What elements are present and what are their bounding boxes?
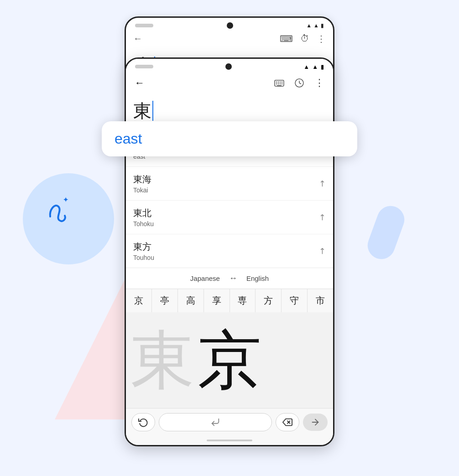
home-bar (207, 440, 252, 441)
char-chip-6[interactable]: 守 (282, 289, 308, 312)
status-left-bar (135, 65, 153, 68)
result-content-3: 東北 Tohoku (133, 207, 154, 228)
signal-icon: ▲ (313, 22, 319, 29)
back-status-icons: ▲ ▲ ▮ (306, 22, 324, 29)
char-suggestions-row: 京 亭 高 享 専 方 守 市 (126, 289, 333, 312)
result-content-2: 東海 Tokai (133, 173, 151, 194)
lang-switcher: Japanese ↔ English (126, 268, 333, 289)
char-chip-3[interactable]: 享 (204, 289, 230, 312)
history-icon[interactable]: ⏱ (300, 33, 309, 44)
next-button[interactable] (303, 414, 328, 431)
wifi-icon: ▲ (306, 22, 312, 29)
suggestion-text: east (115, 130, 142, 147)
lang-english[interactable]: English (246, 274, 269, 282)
result-item-3[interactable]: 東北 Tohoku ↗ (126, 201, 333, 234)
result-arrow-3: ↗ (316, 211, 328, 223)
back-arrow-icon[interactable]: ← (133, 33, 142, 44)
result-item-2[interactable]: 東海 Tokai ↗ (126, 167, 333, 201)
bottom-toolbar (126, 408, 333, 436)
status-right-icons: ▲ ▲ ▮ (303, 63, 324, 70)
lang-japanese[interactable]: Japanese (190, 274, 220, 282)
char-chip-1[interactable]: 亭 (152, 289, 178, 312)
input-text-display: 東 (133, 98, 326, 124)
keyboard-button[interactable] (273, 77, 286, 89)
bg-pill (364, 202, 408, 263)
app-bar-right: ⋮ (273, 77, 326, 89)
home-indicator (126, 436, 333, 445)
space-button[interactable] (159, 413, 272, 431)
suggestion-card: east (102, 121, 357, 156)
result-kanji-4: 東方 (133, 241, 154, 253)
undo-button[interactable] (131, 413, 155, 431)
result-arrow-4: ↗ (316, 245, 328, 257)
status-center-dot (225, 63, 232, 70)
phone-outer: ▲ ▲ ▮ ← ⌨ ⏱ ⋮ 東 east ▲ (125, 30, 334, 446)
handwriting-area[interactable]: 東 京 (126, 312, 333, 408)
back-toolbar-icons: ⌨ ⏱ ⋮ (280, 33, 326, 44)
history-button[interactable] (293, 77, 306, 89)
lang-swap-icon[interactable]: ↔ (229, 274, 237, 283)
result-item-4[interactable]: 東方 Touhou ↗ (126, 234, 333, 268)
keyboard-icon[interactable]: ⌨ (280, 33, 293, 44)
char-chip-4[interactable]: 専 (230, 289, 256, 312)
char-chip-7[interactable]: 市 (308, 289, 333, 312)
char-chip-2[interactable]: 高 (178, 289, 204, 312)
battery-icon: ▮ (321, 22, 324, 29)
result-reading-2: Tokai (133, 186, 151, 194)
signal-status-icon: ▲ (312, 63, 318, 70)
back-status-dot (227, 22, 233, 29)
hw-drawn-char: 京 (198, 328, 261, 392)
back-status-left (135, 24, 153, 27)
result-kanji-3: 東北 (133, 207, 154, 219)
back-status-bar: ▲ ▲ ▮ (126, 18, 333, 31)
result-reading-3: Tohoku (133, 220, 154, 228)
result-reading-4: Touhou (133, 254, 154, 261)
logo-svg: ✦ (41, 194, 73, 226)
back-button[interactable]: ← (133, 77, 146, 89)
delete-button[interactable] (276, 413, 299, 431)
svg-text:✦: ✦ (63, 196, 68, 203)
input-char: 東 (133, 98, 151, 124)
battery-status-icon: ▮ (321, 63, 324, 70)
char-chip-5[interactable]: 方 (256, 289, 282, 312)
more-icon[interactable]: ⋮ (317, 33, 326, 44)
more-button[interactable]: ⋮ (313, 77, 326, 89)
handwriting-logo: ✦ (30, 182, 84, 237)
result-arrow-2: ↗ (316, 177, 328, 189)
char-chip-0[interactable]: 京 (126, 289, 152, 312)
status-bar: ▲ ▲ ▮ (126, 59, 333, 73)
phone-main: ▲ ▲ ▮ ← (125, 57, 334, 446)
result-kanji-2: 東海 (133, 173, 151, 186)
back-app-bar: ← ⌨ ⏱ ⋮ (126, 31, 333, 46)
hw-ghost-char: 東 (130, 328, 194, 392)
result-content-4: 東方 Touhou (133, 241, 154, 261)
app-bar: ← (126, 73, 333, 93)
wifi-status-icon: ▲ (303, 63, 309, 70)
text-cursor (152, 101, 153, 121)
